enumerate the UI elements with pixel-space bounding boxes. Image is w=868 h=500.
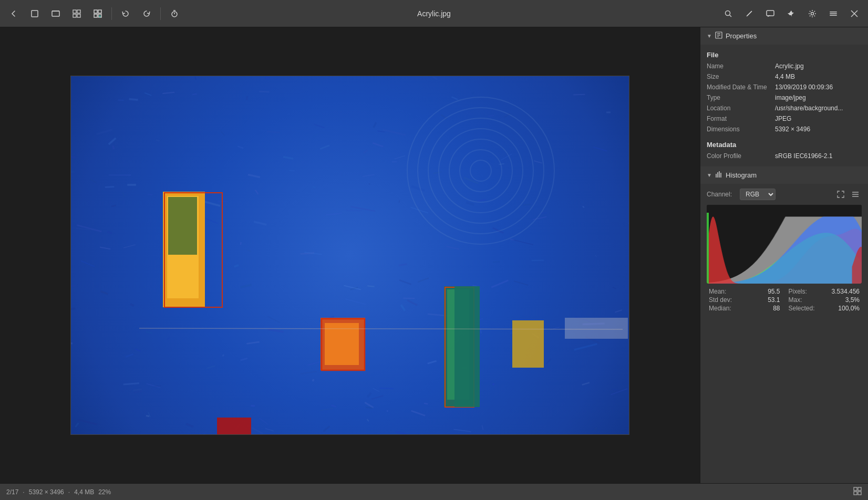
stat-mean: Mean: 95.5 [709,288,780,295]
status-sep2: · [68,488,70,496]
prop-size: Size 4,4 MB [700,71,868,82]
histogram-settings-button[interactable] [849,188,862,201]
image-dimensions: 5392 × 3496 [29,488,64,496]
settings-button[interactable] [803,4,822,23]
toolbar-right [719,4,864,23]
back-button[interactable] [4,4,23,23]
histogram-graph [707,205,862,284]
svg-rect-1 [52,11,59,16]
status-bar: 2/17 · 5392 × 3496 · 4,4 MB 22% [0,483,868,500]
histogram-icon-buttons [834,188,862,201]
histogram-stats: Mean: 95.5 Pixels: 3.534.456 Std dev: 53… [707,284,862,314]
prop-format-key: Format [707,115,775,122]
svg-rect-32 [719,171,720,178]
metadata-group-label: Metadata [700,138,868,151]
prop-location: Location /usr/share/background... [700,103,868,113]
svg-rect-30 [716,174,717,178]
draw-button[interactable] [740,4,759,23]
svg-rect-34 [854,487,857,491]
svg-rect-21 [830,12,837,13]
prop-modified: Modified Date & Time 13/09/2019 00:09:36 [700,82,868,92]
prop-modified-value: 13/09/2019 00:09:36 [775,84,862,91]
svg-rect-4 [77,10,80,13]
svg-rect-31 [717,172,718,178]
stat-max: Max: 3,5% [789,296,860,304]
svg-rect-22 [830,13,837,14]
selected-value: 100,0% [838,305,860,312]
search-button[interactable] [719,4,738,23]
properties-table: File Name Acrylic.jpg Size 4,4 MB Modifi… [700,45,868,164]
timer-button[interactable] [165,4,184,23]
file-size: 4,4 MB [74,488,94,496]
toolbar: Acrylic.jpg [0,0,868,27]
prop-name-value: Acrylic.jpg [775,62,862,70]
prop-size-value: 4,4 MB [775,73,862,80]
properties-icon [715,32,722,40]
prop-format-value: JPEG [775,115,862,122]
svg-rect-8 [98,10,101,13]
comment-button[interactable] [761,4,780,23]
prop-size-key: Size [707,73,775,80]
mean-label: Mean: [709,288,726,295]
prop-name: Name Acrylic.jpg [700,61,868,71]
histogram-header[interactable]: ▼ Histogram [700,166,868,184]
zoom-level: 22% [98,488,111,496]
svg-rect-6 [77,14,80,17]
status-bar-right [853,487,862,497]
mean-value: 95.5 [768,288,780,295]
stat-pixels: Pixels: 3.534.456 [789,288,860,295]
pin-button[interactable] [782,4,801,23]
prop-location-key: Location [707,105,775,112]
menu-button[interactable] [824,4,843,23]
prop-location-value: /usr/share/background... [775,105,862,112]
svg-rect-7 [94,10,97,13]
painting-canvas [71,76,629,434]
separator-1 [111,7,112,20]
stddev-value: 53.1 [768,296,780,304]
pixels-label: Pixels: [789,288,807,295]
histogram-section: Channel: RGB Red Green Blue [700,184,868,318]
channel-label: Channel: [707,191,736,198]
image-area [0,27,700,483]
properties-header[interactable]: ▼ Properties [700,27,868,45]
svg-rect-37 [858,492,861,495]
view-grid-button[interactable] [67,4,86,23]
median-label: Median: [709,305,731,312]
pixels-value: 3.534.456 [832,288,860,295]
prop-type-key: Type [707,94,775,101]
file-title: Acrylic.jpg [417,9,451,18]
stat-median: Median: 88 [709,305,780,312]
view-single-button[interactable] [46,4,65,23]
rotate-ccw-button[interactable] [116,4,135,23]
channel-row: Channel: RGB Red Green Blue [707,188,862,201]
fullscreen-button[interactable] [25,4,44,23]
stat-stddev: Std dev: 53.1 [709,296,780,304]
prop-color-profile-value: sRGB IEC61966-2.1 [775,152,862,160]
properties-arrow: ▼ [707,33,712,39]
prop-dimensions-value: 5392 × 3496 [775,126,862,133]
median-value: 88 [773,305,780,312]
stddev-label: Std dev: [709,296,732,304]
svg-rect-33 [720,173,721,178]
max-value: 3,5% [845,296,860,304]
svg-rect-36 [854,492,857,495]
stat-selected: Selected: 100,0% [789,305,860,312]
max-label: Max: [789,296,802,304]
svg-point-20 [811,12,814,15]
svg-rect-9 [94,14,97,17]
svg-rect-0 [32,11,38,17]
channel-select[interactable]: RGB Red Green Blue [740,189,776,200]
close-button[interactable] [845,4,864,23]
histogram-expand-button[interactable] [834,188,847,201]
svg-line-17 [730,15,732,17]
view-add-button[interactable] [88,4,107,23]
status-sep1: · [23,488,24,496]
prop-dimensions: Dimensions 5392 × 3496 [700,124,868,134]
file-group-label: File [700,48,868,61]
histogram-arrow: ▼ [707,172,712,178]
svg-rect-3 [73,10,76,13]
properties-title: Properties [726,32,757,40]
svg-rect-23 [830,15,837,16]
rotate-cw-button[interactable] [137,4,156,23]
prop-name-key: Name [707,62,775,70]
